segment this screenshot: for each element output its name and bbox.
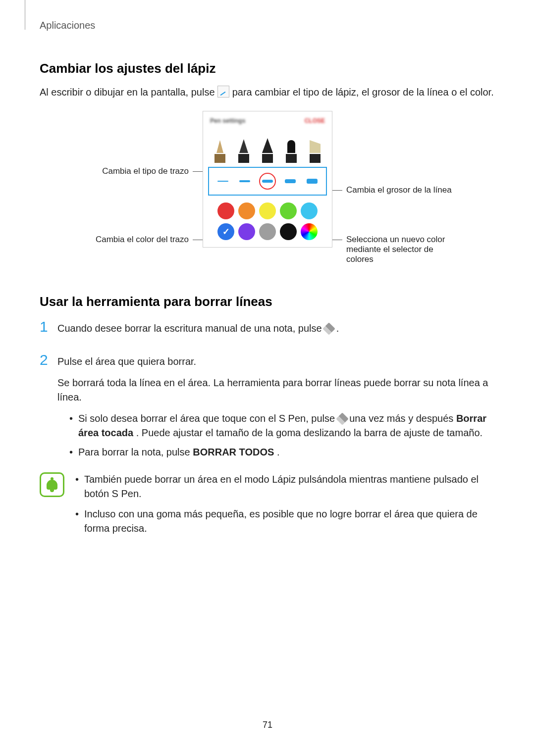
- callout-color: Cambia el color del trazo: [96, 235, 203, 245]
- nib-row: [208, 128, 327, 163]
- pen-icon: [217, 86, 229, 98]
- text-fragment: una vez más y después: [349, 413, 456, 424]
- eraser-icon: [323, 322, 335, 335]
- pen-settings-figure: Cambia el tipo de trazo Cambia el color …: [40, 111, 495, 264]
- section-header: Aplicaciones: [40, 20, 495, 31]
- pen-intro-text: Al escribir o dibujar en la pantalla, pu…: [40, 85, 495, 99]
- swatch-blue[interactable]: [217, 223, 234, 240]
- callout-label: Selecciona un nuevo color mediante el se…: [346, 235, 455, 264]
- swatch-grey[interactable]: [259, 223, 276, 240]
- thickness-1[interactable]: [215, 174, 230, 189]
- step-number: 1: [40, 319, 50, 343]
- swatch-lightblue[interactable]: [301, 202, 318, 219]
- step2-line2: Se borrará toda la línea en el área. La …: [57, 376, 495, 404]
- note-icon: [40, 472, 64, 497]
- callout-thickness: Cambia el grosor de la línea: [332, 185, 452, 195]
- note-item-1: También puede borrar un área en el modo …: [73, 472, 495, 501]
- callout-nib: Cambia el tipo de trazo: [102, 166, 203, 176]
- text-fragment: . Puede ajustar el tamaño de la goma des…: [136, 427, 482, 438]
- text-fragment: Cuando desee borrar la escritura manual …: [57, 323, 324, 334]
- text-fragment: Si solo desea borrar el área que toque c…: [78, 413, 338, 424]
- heading-eraser: Usar la herramienta para borrar líneas: [40, 294, 495, 309]
- note-item-2: Incluso con una goma más pequeña, es pos…: [73, 507, 495, 536]
- heading-pen-settings: Cambiar los ajustes del lápiz: [40, 61, 495, 76]
- swatch-orange[interactable]: [238, 202, 255, 219]
- text-fragment: Para borrar la nota, pulse: [78, 447, 193, 457]
- nib-fountain[interactable]: [213, 140, 227, 163]
- step2-bullet-1: Si solo desea borrar el área que toque c…: [67, 411, 495, 440]
- panel-title: Pen settings: [210, 117, 245, 124]
- swatch-color-picker[interactable]: [301, 223, 318, 240]
- callout-label: Cambia el tipo de trazo: [102, 166, 189, 176]
- step2-line1: Pulse el área que quiera borrar.: [57, 354, 495, 369]
- swatch-purple[interactable]: [238, 223, 255, 240]
- nib-marker[interactable]: [284, 140, 298, 163]
- step-2: 2 Pulse el área que quiera borrar. Se bo…: [40, 353, 495, 464]
- callout-picker: Selecciona un nuevo color mediante el se…: [332, 235, 455, 264]
- nib-chisel[interactable]: [308, 140, 322, 163]
- thickness-row: [208, 167, 327, 196]
- text-fragment: Al escribir o dibujar en la pantalla, pu…: [40, 87, 217, 98]
- color-swatches: [208, 202, 327, 240]
- callout-label: Cambia el color del trazo: [96, 235, 189, 245]
- thickness-3[interactable]: [259, 173, 276, 190]
- swatch-yellow[interactable]: [259, 202, 276, 219]
- thickness-2[interactable]: [237, 174, 252, 189]
- thickness-5[interactable]: [305, 174, 320, 189]
- pen-settings-panel: Pen settings CLOSE: [203, 111, 332, 248]
- thickness-4[interactable]: [283, 174, 298, 189]
- nib-fine[interactable]: [237, 139, 251, 163]
- page-number: 71: [40, 720, 495, 730]
- step-1: 1 Cuando desee borrar la escritura manua…: [40, 319, 495, 343]
- swatch-green[interactable]: [280, 202, 297, 219]
- text-fragment: para cambiar el tipo de lápiz, el grosor…: [232, 87, 494, 98]
- text-fragment: .: [277, 447, 280, 457]
- note-block: También puede borrar un área en el modo …: [40, 472, 495, 542]
- swatch-black[interactable]: [280, 223, 297, 240]
- nib-brush[interactable]: [261, 138, 274, 163]
- panel-close-label[interactable]: CLOSE: [305, 117, 325, 124]
- text-fragment: .: [336, 323, 339, 334]
- step2-bullet-2: Para borrar la nota, pulse BORRAR TODOS …: [67, 445, 495, 459]
- swatch-red[interactable]: [217, 202, 234, 219]
- step-number: 2: [40, 353, 50, 464]
- text-bold: BORRAR TODOS: [193, 447, 274, 457]
- callout-label: Cambia el grosor de la línea: [346, 185, 452, 195]
